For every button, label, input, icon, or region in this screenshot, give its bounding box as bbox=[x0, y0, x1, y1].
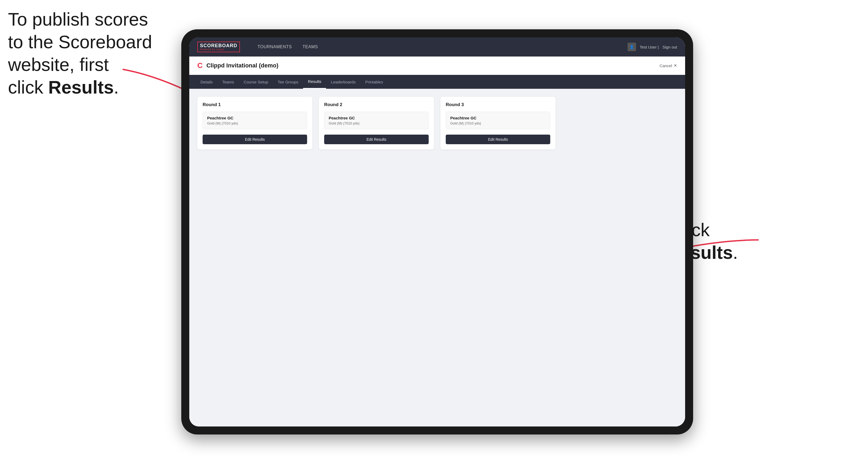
tab-tee-groups[interactable]: Tee Groups bbox=[273, 75, 303, 89]
user-avatar: 👤 bbox=[627, 43, 636, 51]
logo-sub: Powered by clippd bbox=[200, 48, 237, 51]
instruction-line3: website, first bbox=[8, 54, 109, 75]
tab-leaderboards[interactable]: Leaderboards bbox=[326, 75, 361, 89]
tournament-header: C Clippd Invitational (demo) Cancel ✕ bbox=[189, 57, 685, 75]
sign-out-link[interactable]: Sign out bbox=[662, 45, 677, 49]
tab-course-setup[interactable]: Course Setup bbox=[239, 75, 273, 89]
round-3-title: Round 3 bbox=[446, 102, 550, 107]
nav-tournaments[interactable]: TOURNAMENTS bbox=[252, 37, 297, 57]
round-1-title: Round 1 bbox=[203, 102, 307, 107]
logo-box: SCOREBOARD Powered by clippd bbox=[197, 41, 240, 52]
round-2-course-details: Gold (M) (7010 yds) bbox=[329, 121, 424, 125]
round-card-3: Round 3 Peachtree GC Gold (M) (7010 yds)… bbox=[440, 97, 556, 150]
nav-links: TOURNAMENTS TEAMS bbox=[252, 37, 627, 57]
rounds-grid: Round 1 Peachtree GC Gold (M) (7010 yds)… bbox=[197, 97, 677, 150]
nav-teams[interactable]: TEAMS bbox=[297, 37, 323, 57]
logo-text: SCOREBOARD bbox=[200, 43, 237, 48]
round-2-title: Round 2 bbox=[324, 102, 429, 107]
cancel-button[interactable]: Cancel ✕ bbox=[659, 63, 677, 68]
tournament-icon: C bbox=[197, 61, 203, 70]
round-1-course: Peachtree GC Gold (M) (7010 yds) bbox=[203, 112, 307, 129]
tab-teams[interactable]: Teams bbox=[218, 75, 239, 89]
round-3-course-name: Peachtree GC bbox=[450, 116, 546, 120]
user-name: Test User | bbox=[640, 45, 659, 49]
edit-results-button-3[interactable]: Edit Results bbox=[446, 135, 550, 144]
round-1-course-name: Peachtree GC bbox=[207, 116, 303, 120]
instruction-line1: To publish scores bbox=[8, 9, 148, 29]
tablet-device: SCOREBOARD Powered by clippd TOURNAMENTS… bbox=[181, 29, 693, 434]
round-3-course: Peachtree GC Gold (M) (7010 yds) bbox=[446, 112, 550, 129]
tab-details[interactable]: Details bbox=[196, 75, 218, 89]
edit-results-button-1[interactable]: Edit Results bbox=[203, 135, 307, 144]
main-content: Round 1 Peachtree GC Gold (M) (7010 yds)… bbox=[189, 89, 685, 427]
tab-printables[interactable]: Printables bbox=[361, 75, 388, 89]
top-nav: SCOREBOARD Powered by clippd TOURNAMENTS… bbox=[189, 37, 685, 57]
tournament-name: Clippd Invitational (demo) bbox=[206, 62, 278, 69]
close-icon: ✕ bbox=[674, 63, 677, 68]
round-1-course-details: Gold (M) (7010 yds) bbox=[207, 121, 303, 125]
tournament-title-area: C Clippd Invitational (demo) bbox=[197, 61, 278, 70]
round-card-1: Round 1 Peachtree GC Gold (M) (7010 yds)… bbox=[197, 97, 312, 150]
round-2-course-name: Peachtree GC bbox=[329, 116, 424, 120]
instruction-line2: to the Scoreboard bbox=[8, 32, 152, 52]
tablet-screen: SCOREBOARD Powered by clippd TOURNAMENTS… bbox=[189, 37, 685, 427]
instruction-left: To publish scores to the Scoreboard webs… bbox=[8, 8, 163, 99]
instruction-line4: click Results. bbox=[8, 77, 119, 97]
round-3-course-details: Gold (M) (7010 yds) bbox=[450, 121, 546, 125]
tab-bar: Details Teams Course Setup Tee Groups Re… bbox=[189, 75, 685, 89]
edit-results-button-2[interactable]: Edit Results bbox=[324, 135, 429, 144]
round-card-4-empty bbox=[562, 97, 677, 150]
tab-results[interactable]: Results bbox=[303, 75, 326, 89]
round-card-2: Round 2 Peachtree GC Gold (M) (7010 yds)… bbox=[319, 97, 434, 150]
round-2-course: Peachtree GC Gold (M) (7010 yds) bbox=[324, 112, 429, 129]
logo-area: SCOREBOARD Powered by clippd bbox=[197, 41, 242, 52]
nav-right: 👤 Test User | Sign out bbox=[627, 43, 677, 51]
